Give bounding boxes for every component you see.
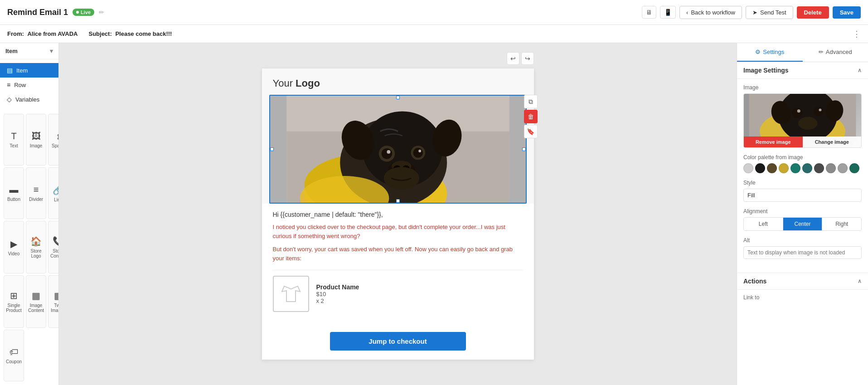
image-action-bar: ⧉ 🗑 🔖 bbox=[524, 95, 538, 138]
divider-icon: ≡ bbox=[34, 185, 39, 195]
copy-image-button[interactable]: ⧉ bbox=[524, 95, 538, 108]
desktop-view-button[interactable]: 🖥 bbox=[642, 6, 656, 19]
resize-handle-right[interactable] bbox=[522, 147, 526, 151]
color-swatch-5[interactable] bbox=[802, 163, 812, 173]
subject-label: Subject: bbox=[88, 30, 112, 37]
item-store-logo[interactable]: 🏠 Store Logo bbox=[26, 221, 46, 273]
items-grid: T Text 🖼 Image ↕ Space ▬ Button ≡ Divide… bbox=[0, 110, 58, 385]
sidebar-item-item[interactable]: ▤ Item bbox=[0, 63, 58, 78]
change-image-button[interactable]: Change image bbox=[803, 136, 862, 147]
align-right-button[interactable]: Right bbox=[822, 218, 861, 230]
more-options-button[interactable]: ⋮ bbox=[853, 29, 861, 39]
back-chevron-icon: ‹ bbox=[686, 9, 688, 16]
actions-chevron-icon[interactable]: ∧ bbox=[858, 278, 862, 284]
delete-button[interactable]: Delete bbox=[797, 6, 829, 19]
edit-icon[interactable]: ✏ bbox=[99, 9, 104, 16]
resize-handle-left[interactable] bbox=[270, 147, 274, 151]
space-label: Space bbox=[52, 143, 59, 148]
color-swatch-4[interactable] bbox=[790, 163, 800, 173]
item-two-images[interactable]: ▦ Two Images bbox=[48, 275, 59, 328]
tab-settings[interactable]: ⚙ Settings bbox=[737, 43, 803, 62]
email-text1: I noticed you clicked over to the checko… bbox=[273, 223, 523, 240]
resize-handle-bottom[interactable] bbox=[396, 199, 400, 203]
color-swatch-2[interactable] bbox=[767, 163, 777, 173]
from-label: From: bbox=[7, 30, 24, 37]
pug-image-svg bbox=[270, 96, 526, 203]
cta-button[interactable]: Jump to checkout bbox=[330, 332, 466, 351]
item-divider[interactable]: ≡ Divider bbox=[26, 167, 46, 219]
item-image[interactable]: 🖼 Image bbox=[26, 114, 46, 166]
color-palette-label: Color palette from image bbox=[743, 154, 862, 161]
email-greeting: Hi {{customer_name | default: "there"}}, bbox=[273, 211, 523, 218]
remove-image-button[interactable]: Remove image bbox=[744, 136, 803, 147]
link-label: Link bbox=[54, 197, 59, 202]
text-label: Text bbox=[10, 143, 18, 148]
svg-point-18 bbox=[383, 167, 419, 189]
right-panel-tabs: ⚙ Settings ✏ Advanced bbox=[737, 43, 868, 62]
style-select[interactable]: Fill Fit Stretch bbox=[743, 189, 862, 202]
hero-image-section[interactable]: ⧉ 🗑 🔖 bbox=[262, 95, 534, 204]
align-center-button[interactable]: Center bbox=[783, 218, 823, 230]
item-image-content[interactable]: ▦ Image Content bbox=[26, 275, 46, 328]
back-to-workflow-label: Back to workflow bbox=[691, 9, 735, 16]
right-panel-body: Image bbox=[737, 79, 868, 271]
send-test-label: Send Test bbox=[760, 9, 786, 16]
color-swatch-7[interactable] bbox=[826, 163, 836, 173]
align-left-button[interactable]: Left bbox=[744, 218, 783, 230]
canvas-area: ↩ ↪ Your Logo bbox=[59, 43, 737, 385]
image-settings-chevron-icon[interactable]: ∧ bbox=[858, 67, 862, 73]
redo-button[interactable]: ↪ bbox=[521, 52, 534, 65]
item-single-product[interactable]: ⊞ Single Product bbox=[4, 275, 24, 328]
from-value: Alice from AVADA bbox=[27, 30, 78, 37]
mobile-view-button[interactable]: 📱 bbox=[660, 6, 676, 19]
sidebar-nav: ▤ Item ≡ Row ◇ Variables bbox=[0, 59, 58, 110]
live-badge: Live bbox=[73, 9, 94, 16]
canvas-toolbar: ↩ ↪ bbox=[262, 52, 534, 65]
image-settings-header: Image Settings ∧ bbox=[737, 62, 868, 79]
item-video[interactable]: ▶ Video bbox=[4, 221, 24, 273]
item-text[interactable]: T Text bbox=[4, 114, 24, 166]
item-link[interactable]: 🔗 Link bbox=[48, 167, 59, 219]
variables-nav-icon: ◇ bbox=[7, 96, 12, 103]
sidebar-item-row[interactable]: ≡ Row bbox=[0, 78, 58, 92]
topbar-left: Remind Email 1 Live ✏ bbox=[7, 8, 104, 17]
topbar-right: 🖥 📱 ‹ Back to workflow ➤ Send Test Delet… bbox=[642, 6, 861, 19]
color-swatch-6[interactable] bbox=[814, 163, 824, 173]
item-panel-header: Item ▾ bbox=[0, 43, 58, 59]
resize-handle-top[interactable] bbox=[396, 96, 400, 99]
hero-image[interactable] bbox=[269, 95, 527, 204]
image-content-icon: ▦ bbox=[32, 290, 40, 301]
divider-label: Divider bbox=[29, 197, 43, 202]
svg-point-8 bbox=[381, 148, 392, 159]
email-canvas-wrapper: ↩ ↪ Your Logo bbox=[262, 52, 534, 376]
subbar: From: Alice from AVADA Subject: Please c… bbox=[0, 25, 868, 43]
delete-image-button[interactable]: 🗑 bbox=[524, 110, 538, 123]
item-store-contact[interactable]: 📞 Store Contact bbox=[48, 221, 59, 273]
bookmark-image-button[interactable]: 🔖 bbox=[524, 125, 538, 138]
image-preview-box[interactable]: Remove image Change image bbox=[743, 93, 862, 148]
image-icon: 🖼 bbox=[32, 131, 41, 141]
save-button[interactable]: Save bbox=[833, 6, 861, 19]
color-swatch-9[interactable] bbox=[849, 163, 859, 173]
live-badge-label: Live bbox=[81, 10, 91, 15]
color-swatch-1[interactable] bbox=[755, 163, 765, 173]
item-coupon[interactable]: 🏷 Coupon bbox=[4, 330, 24, 381]
sidebar-item-variables[interactable]: ◇ Variables bbox=[0, 92, 58, 107]
color-swatch-8[interactable] bbox=[838, 163, 848, 173]
item-space[interactable]: ↕ Space bbox=[48, 114, 59, 166]
item-button[interactable]: ▬ Button bbox=[4, 167, 24, 219]
send-test-button[interactable]: ➤ Send Test bbox=[746, 6, 793, 19]
store-logo-label: Store Logo bbox=[28, 249, 44, 258]
undo-button[interactable]: ↩ bbox=[507, 52, 519, 65]
right-panel: ⚙ Settings ✏ Advanced Image Settings ∧ I… bbox=[737, 43, 868, 385]
svg-point-11 bbox=[418, 150, 421, 152]
color-swatch-3[interactable] bbox=[779, 163, 789, 173]
space-icon: ↕ bbox=[56, 131, 59, 141]
tab-advanced[interactable]: ✏ Advanced bbox=[803, 43, 868, 62]
svg-point-10 bbox=[387, 150, 390, 154]
style-label: Style bbox=[743, 180, 862, 186]
alt-input[interactable] bbox=[743, 246, 862, 259]
color-swatch-0[interactable] bbox=[743, 163, 753, 173]
store-logo-icon: 🏠 bbox=[30, 236, 42, 247]
back-to-workflow-button[interactable]: ‹ Back to workflow bbox=[679, 6, 742, 19]
